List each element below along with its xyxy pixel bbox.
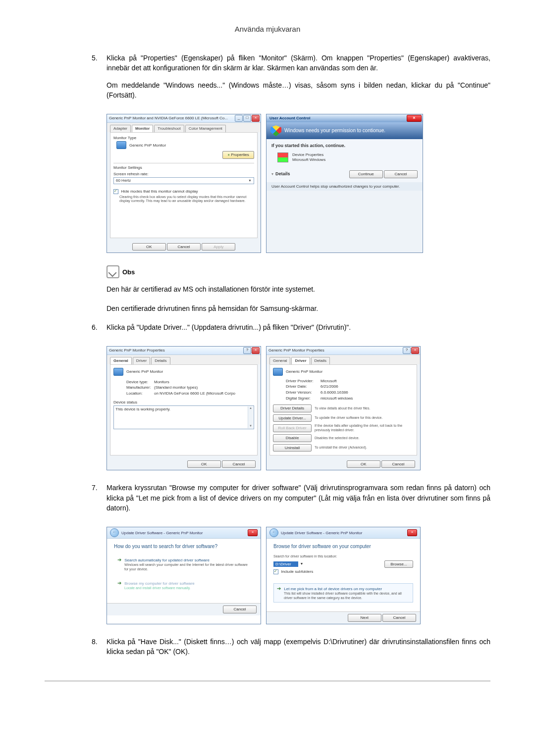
step-6: 6. Klicka på "Update Driver..." (Uppdate…: [92, 322, 490, 339]
cancel-button[interactable]: Cancel: [223, 605, 257, 613]
wizard-heading: Browse for driver software on your compu…: [273, 544, 413, 550]
close-icon[interactable]: ×: [252, 347, 260, 354]
note-line-1: Den här är certifierad av MS och install…: [107, 284, 490, 294]
update-driver-wizard-2: ← Update Driver Software - Generic PnP M…: [266, 527, 421, 624]
hide-modes-checkbox[interactable]: [113, 189, 118, 194]
update-driver-button[interactable]: Update Driver...: [273, 414, 312, 422]
uninstall-button[interactable]: Uninstall: [273, 444, 312, 452]
disable-button[interactable]: Disable: [273, 434, 312, 442]
driver-details-button[interactable]: Driver Details: [273, 404, 312, 412]
monitor-icon: [273, 368, 283, 376]
note-block: Obs: [107, 265, 490, 278]
cancel-button[interactable]: Cancel: [381, 460, 415, 468]
step-8-text: Klicka på "Have Disk..." (Diskett finns……: [107, 637, 490, 657]
note-line-2: Den certifierade drivrutinen finns på he…: [107, 303, 490, 313]
dialog-title: Generic PnP Monitor and NVIDIA GeForce 6…: [109, 116, 228, 121]
tab-general[interactable]: General: [269, 357, 290, 364]
dialog-title: Generic PnP Monitor Properties: [268, 348, 324, 353]
scroll-down-icon[interactable]: ▼: [248, 424, 253, 428]
include-subfolders-checkbox[interactable]: [273, 569, 278, 574]
help-icon[interactable]: ?: [403, 347, 411, 354]
tab-driver[interactable]: Driver: [291, 357, 310, 364]
page-header: Använda mjukvaran: [45, 25, 490, 33]
tab-adapter[interactable]: Adapter: [110, 125, 131, 132]
back-icon[interactable]: ←: [110, 528, 119, 537]
option-search-auto[interactable]: ➔ Search automatically for updated drive…: [114, 554, 254, 574]
signer-value: microsoft windows: [321, 396, 414, 401]
next-button[interactable]: Next: [348, 614, 381, 622]
step-8-number: 8.: [92, 637, 107, 664]
tab-driver[interactable]: Driver: [133, 357, 150, 364]
monitor-name: Generic PnP Monitor: [129, 143, 166, 148]
browse-button[interactable]: Browse...: [384, 560, 413, 568]
chevron-down-icon[interactable]: ▾: [271, 172, 273, 177]
manufacturer-label: Manufacturer:: [126, 385, 154, 390]
step-5-text-1: Klicka på "Properties" (Egenskaper) på f…: [107, 53, 490, 73]
device-name: Generic PnP Monitor: [286, 369, 322, 374]
close-icon[interactable]: ×: [407, 529, 417, 536]
details-toggle[interactable]: Details: [275, 171, 290, 177]
continue-button[interactable]: Continue: [349, 170, 383, 178]
wizard-crumb: Update Driver Software - Generic PnP Mon…: [121, 531, 203, 536]
note-icon: [107, 265, 119, 278]
tab-troubleshoot[interactable]: Troubleshoot: [154, 125, 184, 132]
tab-general[interactable]: General: [110, 357, 132, 364]
include-subfolders-label: Include subfolders: [281, 569, 313, 574]
dialog-title: Generic PnP Monitor Properties: [109, 348, 165, 353]
device-status-label: Device status: [113, 400, 254, 405]
tab-strip: Adapter Monitor Troubleshoot Color Manag…: [107, 123, 261, 132]
cancel-button[interactable]: Cancel: [222, 460, 256, 468]
uac-title: User Account Control: [269, 116, 310, 121]
step-8: 8. Klicka på "Have Disk..." (Diskett fin…: [92, 637, 490, 664]
properties-button[interactable]: ● Properties: [222, 151, 254, 159]
back-icon[interactable]: ←: [269, 528, 278, 537]
path-input[interactable]: D:\Driver: [273, 561, 298, 567]
close-icon[interactable]: ×: [411, 347, 419, 354]
ok-button[interactable]: OK: [347, 460, 380, 468]
cancel-button[interactable]: Cancel: [167, 243, 201, 251]
step-7-text: Markera kryssrutan "Browse my computer f…: [107, 483, 490, 513]
refresh-rate-dropdown[interactable]: 60 Hertz ▼: [113, 177, 254, 184]
ok-button[interactable]: OK: [187, 460, 221, 468]
option-browse-manual[interactable]: ➔ Browse my computer for driver software…: [114, 578, 254, 593]
uac-footer: User Account Control helps stop unauthor…: [267, 182, 423, 191]
wizard-crumb: Update Driver Software - Generic PnP Mon…: [281, 531, 362, 536]
location-value: on NVIDIA GeForce 6600 LE (Microsoft Cor…: [154, 391, 254, 396]
apply-button[interactable]: Apply: [202, 243, 235, 251]
driver-version-label: Driver Version:: [286, 390, 321, 395]
update-driver-wizard-1: ← Update Driver Software - Generic PnP M…: [107, 527, 261, 624]
device-properties-general: Generic PnP Monitor Properties ? × Gener…: [107, 346, 261, 470]
refresh-rate-label: Screen refresh rate:: [113, 172, 254, 177]
close-icon[interactable]: ×: [407, 115, 422, 122]
monitor-icon: [113, 368, 123, 376]
tab-details[interactable]: Details: [151, 357, 170, 364]
provider-label: Driver Provider:: [286, 379, 321, 384]
close-icon[interactable]: ×: [248, 529, 258, 536]
maximize-icon[interactable]: □: [243, 115, 251, 122]
step-5: 5. Klicka på "Properties" (Egenskaper) p…: [92, 53, 490, 107]
monitor-settings-label: Monitor Settings: [113, 165, 254, 170]
tab-monitor[interactable]: Monitor: [132, 125, 153, 132]
cancel-button[interactable]: Cancel: [382, 614, 416, 622]
chevron-down-icon[interactable]: ▼: [300, 562, 304, 566]
screenshot-row-1: Generic PnP Monitor and NVIDIA GeForce 6…: [107, 114, 490, 253]
search-location-label: Search for driver software in this locat…: [273, 554, 413, 558]
driver-details-desc: To view details about the driver files.: [315, 406, 414, 410]
tab-details[interactable]: Details: [311, 357, 330, 364]
step-5-text-2: Om meddelande "Windows needs..." (Window…: [107, 80, 490, 101]
monitor-properties-dialog: Generic PnP Monitor and NVIDIA GeForce 6…: [107, 114, 261, 253]
cancel-button[interactable]: Cancel: [384, 170, 418, 178]
driver-date-label: Driver Date:: [286, 384, 321, 389]
rollback-button[interactable]: Roll Back Driver: [273, 424, 312, 432]
close-icon[interactable]: ×: [252, 115, 260, 122]
tab-color-mgmt[interactable]: Color Management: [185, 125, 226, 132]
help-icon[interactable]: ?: [243, 347, 251, 354]
option-pick-from-list[interactable]: ➔ Let me pick from a list of device driv…: [273, 583, 413, 603]
scroll-up-icon[interactable]: ▲: [248, 406, 253, 410]
minimize-icon[interactable]: _: [235, 115, 243, 122]
device-properties-driver: Generic PnP Monitor Properties ? × Gener…: [266, 346, 421, 470]
uac-subline: If you started this action, continue.: [271, 143, 345, 148]
arrow-right-icon: ➔: [117, 557, 121, 562]
uac-dialog: User Account Control × Windows needs you…: [266, 114, 423, 253]
ok-button[interactable]: OK: [132, 243, 166, 251]
